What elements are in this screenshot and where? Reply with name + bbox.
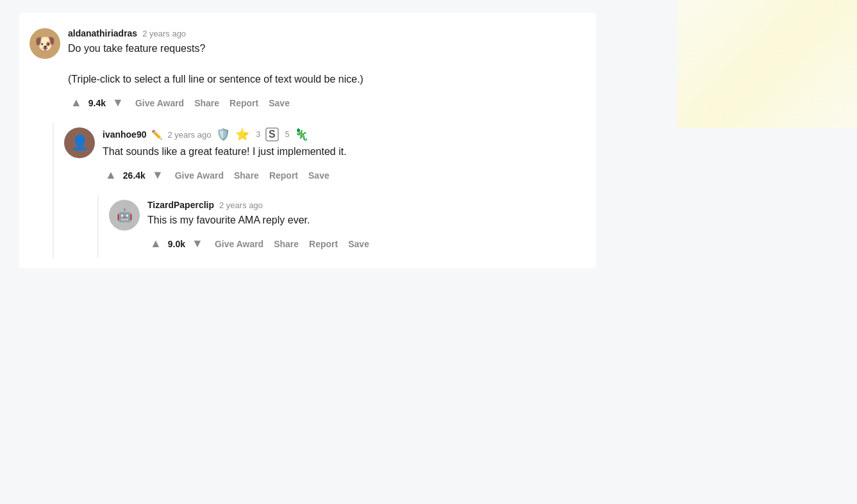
comment-content: TizardPaperclip 2 years ago This is my f… [147,200,596,253]
spacer [64,190,596,195]
comment-text-line1: That sounds like a great feature! I just… [103,144,596,159]
comment-actions: ▲ 26.4k ▼ Give Award Share Report Save [103,166,596,184]
comment-header: TizardPaperclip 2 years ago [147,200,596,210]
give-award-button[interactable]: Give Award [174,168,225,183]
report-button[interactable]: Report [308,236,339,252]
share-button[interactable]: Share [272,236,300,252]
shield-badge: 🛡️ [216,127,230,142]
pencil-icon: ✏️ [151,129,162,140]
username: ivanhoe90 [103,129,146,140]
downvote-button[interactable]: ▼ [189,234,206,253]
avatar: 🤖 [109,200,140,231]
comment-content: ivanhoe90 ✏️ 2 years ago 🛡️ ⭐ 3 S 5 🦎 Th… [103,127,596,184]
comment-indent-1: 👤 ivanhoe90 ✏️ 2 years ago 🛡️ ⭐ 3 S 5 🦎 … [53,122,596,258]
vote-count: 9.0k [168,239,185,249]
star-badge: ⭐ [235,127,249,142]
timestamp: 2 years ago [142,29,186,38]
vote-section: ▲ 26.4k ▼ [103,166,166,184]
vote-count: 26.4k [123,170,146,181]
give-award-button[interactable]: Give Award [213,236,265,252]
upvote-button[interactable]: ▲ [68,93,85,112]
vote-count: 9.4k [88,98,106,108]
comment-text-line2: (Triple-click to select a full line or s… [68,72,586,87]
comment-thread: 🐶 aldanathiriadras 2 years ago Do you ta… [19,13,596,268]
comment-header: ivanhoe90 ✏️ 2 years ago 🛡️ ⭐ 3 S 5 🦎 [103,127,596,142]
share-button[interactable]: Share [193,95,220,111]
comment-body: This is my favourite AMA reply ever. [147,213,596,228]
comment-item: 👤 ivanhoe90 ✏️ 2 years ago 🛡️ ⭐ 3 S 5 🦎 … [64,122,596,190]
comment-actions: ▲ 9.4k ▼ Give Award Share Report Save [68,93,586,112]
star-badge-count: 3 [256,130,260,139]
avatar: 🐶 [29,28,60,59]
avatar: 👤 [64,127,95,158]
comment-header: aldanathiriadras 2 years ago [68,28,586,38]
report-button[interactable]: Report [228,95,260,111]
spacer [19,117,596,122]
share-button[interactable]: Share [233,168,260,183]
save-button[interactable]: Save [347,236,370,252]
comment-item: 🐶 aldanathiriadras 2 years ago Do you ta… [19,23,596,117]
comment-item: 🤖 TizardPaperclip 2 years ago This is my… [109,195,596,258]
downvote-button[interactable]: ▼ [149,166,166,184]
give-award-button[interactable]: Give Award [134,95,185,111]
username: aldanathiriadras [68,28,137,38]
comment-body: Do you take feature requests? (Triple-cl… [68,41,586,87]
save-button[interactable]: Save [267,95,291,111]
highlight-glow [678,0,857,128]
comment-actions: ▲ 9.0k ▼ Give Award Share Report Save [147,234,596,253]
vote-section: ▲ 9.4k ▼ [68,93,126,112]
comment-content: aldanathiriadras 2 years ago Do you take… [68,28,586,112]
comment-text-line1: Do you take feature requests? [68,41,586,56]
comment-body: That sounds like a great feature! I just… [103,144,596,159]
comment-text-line1: This is my favourite AMA reply ever. [147,213,596,228]
upvote-button[interactable]: ▲ [147,234,164,253]
report-button[interactable]: Report [268,168,299,183]
downvote-button[interactable]: ▼ [110,93,126,112]
upvote-button[interactable]: ▲ [103,166,119,184]
comment-indent-2: 🤖 TizardPaperclip 2 years ago This is my… [97,195,596,258]
lizard-badge: 🦎 [294,127,308,142]
timestamp: 2 years ago [219,200,263,210]
save-button[interactable]: Save [307,168,331,183]
timestamp: 2 years ago [167,130,211,140]
username: TizardPaperclip [147,200,214,210]
s-badge: S [265,127,279,142]
s-badge-count: 5 [285,130,290,139]
vote-section: ▲ 9.0k ▼ [147,234,206,253]
